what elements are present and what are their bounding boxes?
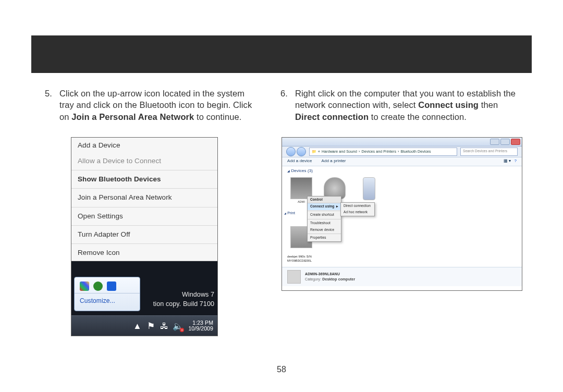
device-phone[interactable] bbox=[355, 177, 383, 201]
menu-remove-icon[interactable]: Remove Icon bbox=[71, 245, 217, 261]
header-bar bbox=[31, 35, 532, 73]
printers-section-header[interactable]: ◢ Print bbox=[284, 211, 295, 215]
windows-flag-icon[interactable] bbox=[80, 281, 89, 291]
menu-allow-connect: Allow a Device to Connect bbox=[71, 153, 217, 169]
taskbar: ▲ ⚑ 🖧 🔈× 1:23 PM 10/9/2009 bbox=[71, 315, 217, 336]
nav-back-button[interactable] bbox=[286, 147, 296, 156]
details-icon bbox=[287, 270, 301, 284]
build-label: tion copy. Build 7100 bbox=[153, 300, 214, 309]
address-bar[interactable]: 📁 « Hardware and Sound › Devices and Pri… bbox=[309, 148, 457, 156]
status-green-icon[interactable] bbox=[93, 281, 103, 291]
nav-forward-button[interactable] bbox=[297, 147, 306, 156]
step-text-post: to create the connection. bbox=[369, 112, 467, 121]
step-text: Right click on the computer that you wan… bbox=[295, 88, 522, 123]
ctx-remove-device[interactable]: Remove device bbox=[308, 227, 341, 234]
step-5: 5. Click on the up-arrow icon located in… bbox=[41, 88, 255, 123]
step-text-bold1: Connect using bbox=[418, 100, 479, 109]
taskbar-clock[interactable]: 1:23 PM 10/9/2009 bbox=[186, 320, 215, 332]
sub-adhoc-network[interactable]: Ad hoc network bbox=[341, 209, 374, 216]
step-number: 5. bbox=[41, 88, 52, 123]
menu-turn-adapter-off[interactable]: Turn Adapter Off bbox=[71, 227, 217, 242]
details-name: ADMIN-369NL8ANU bbox=[305, 272, 355, 276]
step-text-bold: Join a Personal Area Network bbox=[71, 112, 194, 121]
tray-flag-icon[interactable]: ⚑ bbox=[145, 321, 156, 331]
clock-date: 10/9/2009 bbox=[188, 326, 213, 332]
step-text-post: to continue. bbox=[194, 112, 241, 121]
step-text: Click on the up-arrow icon located in th… bbox=[59, 88, 255, 123]
close-button[interactable] bbox=[511, 139, 520, 145]
details-pane: ADMIN-369NL8ANU Category: Desktop comput… bbox=[282, 267, 522, 286]
bluetooth-context-menu: Add a Device Allow a Device to Connect S… bbox=[71, 138, 217, 262]
breadcrumb-3[interactable]: Bluetooth Devices bbox=[401, 149, 431, 154]
toolbar-add-device[interactable]: Add a device bbox=[287, 158, 312, 164]
chevron-right-icon: ▸ bbox=[336, 204, 338, 209]
ctx-create-shortcut[interactable]: Create shortcut bbox=[308, 212, 341, 218]
tray-icons-row bbox=[75, 277, 140, 293]
left-column: 5. Click on the up-arrow icon located in… bbox=[41, 88, 255, 336]
os-label: Windows 7 bbox=[182, 290, 214, 299]
menu-show-bt-devices[interactable]: Show Bluetooth Devices bbox=[71, 172, 217, 187]
tray-up-arrow-icon[interactable]: ▲ bbox=[132, 321, 142, 331]
step-number: 6. bbox=[276, 88, 288, 123]
devices-section-header[interactable]: ◢ Devices (3) bbox=[282, 166, 522, 175]
address-row: 📁 « Hardware and Sound › Devices and Pri… bbox=[282, 146, 522, 157]
figure-system-tray: Add a Device Allow a Device to Connect S… bbox=[71, 137, 218, 337]
ctx-troubleshoot[interactable]: Troubleshoot bbox=[308, 220, 341, 227]
desktop-tray-area: Customize... Windows 7 tion copy. Build … bbox=[71, 261, 217, 336]
page-number: 58 bbox=[0, 365, 563, 374]
content-columns: 5. Click on the up-arrow icon located in… bbox=[41, 88, 522, 336]
ctx-connect-using[interactable]: Connect using▸ bbox=[308, 203, 341, 210]
search-input[interactable]: Search Devices and Printers bbox=[460, 148, 518, 156]
breadcrumb-1[interactable]: Hardware and Sound bbox=[322, 149, 357, 154]
step-6: 6. Right click on the computer that you … bbox=[276, 88, 522, 123]
phone-icon bbox=[363, 177, 375, 200]
sub-direct-connection[interactable]: Direct connection bbox=[341, 203, 374, 210]
figure-devices-window: 📁 « Hardware and Sound › Devices and Pri… bbox=[282, 137, 522, 291]
view-menu-icon[interactable]: ▦ ▾ bbox=[504, 158, 511, 164]
minimize-button[interactable] bbox=[490, 139, 499, 145]
printer-caption: deskjet 990c S/N MY09B3CDE00L bbox=[287, 254, 312, 263]
right-column: 6. Right click on the computer that you … bbox=[276, 88, 522, 336]
details-category-value: Desktop computer bbox=[322, 277, 355, 281]
ctx-properties[interactable]: Properties bbox=[308, 235, 341, 241]
toolbar-add-printer[interactable]: Add a printer bbox=[321, 158, 346, 164]
details-category-label: Category: bbox=[305, 277, 321, 281]
tray-network-icon[interactable]: 🖧 bbox=[159, 321, 169, 331]
toolbar: Add a device Add a printer ▦ ▾ ? bbox=[282, 157, 522, 166]
ctx-header: Control bbox=[308, 197, 341, 204]
bluetooth-icon[interactable] bbox=[107, 281, 116, 291]
submenu-connect-using: Direct connection Ad hoc network bbox=[340, 202, 375, 217]
devices-area: ADMI ◢ Print deskjet 990c S/N MY09B3CDE0… bbox=[282, 175, 522, 267]
menu-join-pan[interactable]: Join a Personal Area Network bbox=[71, 190, 217, 205]
menu-open-settings[interactable]: Open Settings bbox=[71, 209, 217, 224]
step-text-mid: then bbox=[479, 100, 498, 109]
help-icon[interactable]: ? bbox=[514, 158, 517, 164]
step-text-bold2: Direct connection bbox=[295, 112, 369, 121]
tray-volume-icon[interactable]: 🔈× bbox=[173, 321, 183, 331]
breadcrumb-2[interactable]: Devices and Printers bbox=[362, 149, 397, 154]
customize-link[interactable]: Customize... bbox=[75, 293, 140, 308]
context-menu: Control Connect using▸ Create shortcut T… bbox=[307, 196, 341, 242]
maximize-button[interactable] bbox=[500, 139, 510, 145]
search-placeholder: Search Devices and Printers bbox=[463, 149, 507, 154]
tray-popup: Customize... bbox=[74, 277, 140, 311]
menu-add-device[interactable]: Add a Device bbox=[71, 138, 217, 153]
window-titlebar[interactable] bbox=[282, 138, 522, 146]
